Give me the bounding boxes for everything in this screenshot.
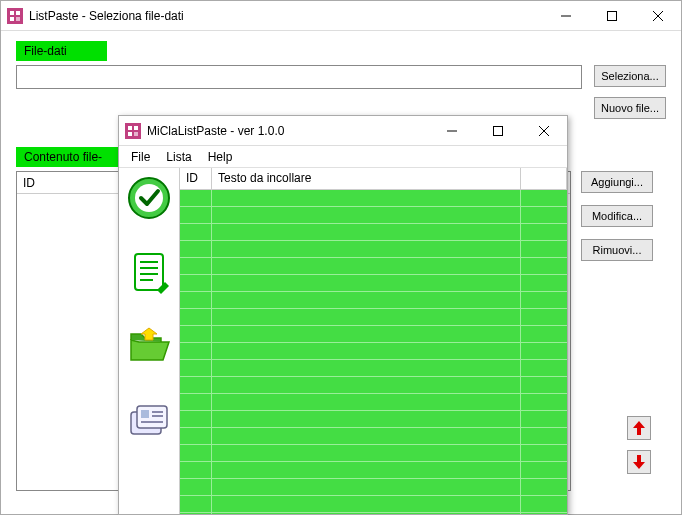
file-buttons: Seleziona... Nuovo file... (594, 65, 666, 119)
grid-row[interactable] (180, 292, 567, 309)
grid-body[interactable] (180, 190, 567, 514)
grid-header-spacer (521, 168, 567, 189)
cards-tool[interactable] (127, 398, 171, 442)
grid-header-id[interactable]: ID (180, 168, 212, 189)
window-controls (429, 116, 567, 146)
minimize-button[interactable] (429, 116, 475, 146)
grid-row[interactable] (180, 224, 567, 241)
toolbar (119, 168, 179, 514)
grid-header-row: ID Testo da incollare (180, 168, 567, 190)
grid-row[interactable] (180, 394, 567, 411)
document-edit-icon (127, 250, 171, 294)
grid-row[interactable] (180, 360, 567, 377)
file-path-input[interactable] (16, 65, 582, 89)
close-button[interactable] (521, 116, 567, 146)
svg-rect-4 (16, 17, 20, 21)
modify-button[interactable]: Modifica... (581, 205, 653, 227)
svg-rect-12 (128, 126, 132, 130)
grid-row[interactable] (180, 496, 567, 513)
reorder-buttons (627, 416, 651, 474)
svg-marker-9 (633, 421, 645, 435)
svg-rect-13 (134, 126, 138, 130)
svg-marker-10 (633, 455, 645, 469)
svg-rect-11 (125, 123, 141, 139)
file-input-row: Seleziona... Nuovo file... (16, 65, 666, 119)
checkmark-icon (127, 176, 171, 220)
edit-button-column: Aggiungi... Modifica... Rimuovi... (581, 171, 665, 261)
maximize-button[interactable] (475, 116, 521, 146)
grid-row[interactable] (180, 343, 567, 360)
grid-row[interactable] (180, 258, 567, 275)
window-title: ListPaste - Seleziona file-dati (29, 9, 543, 23)
grid-row[interactable] (180, 428, 567, 445)
svg-rect-31 (141, 410, 149, 418)
titlebar[interactable]: MiClaListPaste - ver 1.0.0 (119, 116, 567, 146)
grid-row[interactable] (180, 275, 567, 292)
window-controls (543, 1, 681, 31)
maximize-button[interactable] (589, 1, 635, 31)
id-cards-icon (127, 398, 171, 442)
new-file-button[interactable]: Nuovo file... (594, 97, 666, 119)
grid-row[interactable] (180, 445, 567, 462)
select-button[interactable]: Seleziona... (594, 65, 666, 87)
grid-row[interactable] (180, 207, 567, 224)
svg-rect-0 (7, 8, 23, 24)
section-label-file: File-dati (16, 41, 107, 61)
menubar: File Lista Help (119, 146, 567, 168)
app-icon (7, 8, 23, 24)
minimize-button[interactable] (543, 1, 589, 31)
svg-rect-2 (16, 11, 20, 15)
app-icon (125, 123, 141, 139)
open-folder-tool[interactable] (127, 324, 171, 368)
menu-help[interactable]: Help (200, 148, 241, 166)
move-down-button[interactable] (627, 450, 651, 474)
grid-row[interactable] (180, 411, 567, 428)
edit-list-tool[interactable] (127, 250, 171, 294)
data-grid[interactable]: ID Testo da incollare (179, 168, 567, 514)
arrow-up-icon (633, 421, 645, 435)
grid-row[interactable] (180, 462, 567, 479)
svg-rect-14 (128, 132, 132, 136)
arrow-down-icon (633, 455, 645, 469)
window-title: MiClaListPaste - ver 1.0.0 (147, 124, 429, 138)
folder-open-icon (127, 324, 171, 368)
window-main-listpaste: MiClaListPaste - ver 1.0.0 File Lista He… (118, 115, 568, 515)
window-body: ID Testo da incollare (119, 168, 567, 514)
grid-row[interactable] (180, 190, 567, 207)
svg-rect-15 (134, 132, 138, 136)
grid-row[interactable] (180, 309, 567, 326)
svg-rect-17 (494, 126, 503, 135)
confirm-tool[interactable] (127, 176, 171, 220)
grid-row[interactable] (180, 241, 567, 258)
svg-rect-6 (608, 11, 617, 20)
grid-row[interactable] (180, 377, 567, 394)
remove-button[interactable]: Rimuovi... (581, 239, 653, 261)
menu-file[interactable]: File (123, 148, 158, 166)
svg-rect-3 (10, 17, 14, 21)
move-up-button[interactable] (627, 416, 651, 440)
menu-list[interactable]: Lista (158, 148, 199, 166)
grid-header-text[interactable]: Testo da incollare (212, 168, 521, 189)
grid-row[interactable] (180, 479, 567, 496)
titlebar[interactable]: ListPaste - Seleziona file-dati (1, 1, 681, 31)
grid-row[interactable] (180, 326, 567, 343)
grid-row[interactable] (180, 513, 567, 514)
close-button[interactable] (635, 1, 681, 31)
svg-rect-22 (135, 254, 163, 290)
add-button[interactable]: Aggiungi... (581, 171, 653, 193)
svg-rect-1 (10, 11, 14, 15)
